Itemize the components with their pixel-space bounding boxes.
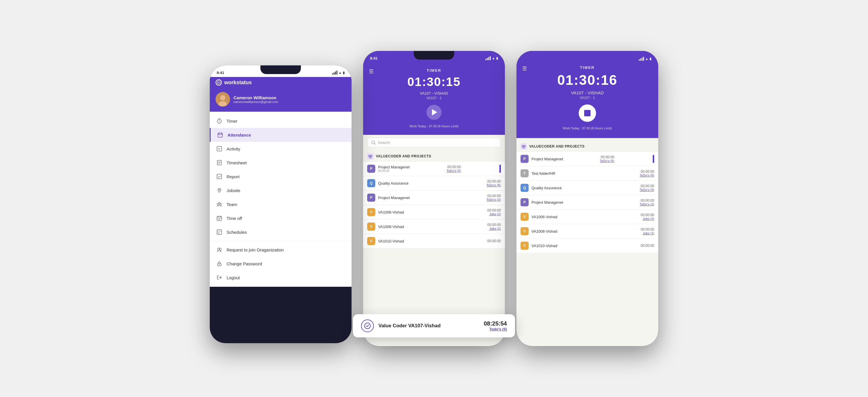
- signal-icon2: [486, 56, 491, 60]
- tooltip-todo[interactable]: Todo's (5): [484, 327, 507, 331]
- menu-label-password: Change Password: [226, 261, 262, 266]
- app-name: workstatus: [224, 80, 252, 86]
- project-todo-1[interactable]: ToDo's (5): [446, 169, 461, 173]
- phone3-avatar-3: Q: [521, 184, 529, 192]
- phone3-timer-label: TIMER: [517, 65, 658, 70]
- phone2-menu-icon[interactable]: ☰: [369, 68, 374, 75]
- project-time-small-1: 00:00:00: [378, 169, 410, 173]
- project-item-2[interactable]: Q Quality Assurance 00:00:00 ToDo's (5): [363, 176, 505, 190]
- phone3-project-2[interactable]: T Test folder/HR 00:00:00 ToDo's (5): [517, 166, 658, 180]
- phone1-status-icons: ▲ ▮: [332, 70, 345, 75]
- menu-item-password[interactable]: Change Password: [210, 257, 351, 271]
- attendance-icon: [217, 132, 223, 138]
- phone2-status-icons: ▲ ▮: [486, 56, 498, 60]
- svg-rect-20: [369, 155, 370, 157]
- app-header: workstatus: [210, 77, 351, 89]
- avatar: [216, 92, 230, 106]
- svg-rect-13: [217, 216, 222, 220]
- phone3-avatar-6: V: [521, 227, 529, 235]
- menu-item-jobsite[interactable]: Jobsite: [210, 183, 351, 197]
- phone3-notch: [567, 51, 608, 60]
- menu-label-attendance: Attendance: [227, 132, 251, 138]
- project-todo-2[interactable]: ToDo's (5): [486, 183, 501, 187]
- project-time-1: 00:00:00: [446, 165, 461, 169]
- svg-point-26: [365, 323, 370, 329]
- menu-label-report: Report: [226, 174, 240, 179]
- menu-item-schedules[interactable]: Schedules: [210, 225, 351, 239]
- phone3-project-3[interactable]: Q Quality Assurance 00:00:00 ToDo's (5): [517, 181, 658, 195]
- menu-item-attendance[interactable]: Attendance: [210, 128, 351, 142]
- signal-icon: [332, 70, 337, 75]
- project-avatar-1: P: [367, 165, 375, 173]
- menu-item-team[interactable]: Team: [210, 197, 351, 211]
- phone3-work-today: Work Today : 07:30 (8 Hours Limit): [517, 126, 658, 130]
- project-name-6: VA1010-Vishad: [378, 239, 404, 243]
- tooltip-popup: Value Coder VA107-Vishad 08:25:54 Todo's…: [353, 314, 515, 337]
- phone3-timer-project: VA107 - VISHAD: [517, 90, 658, 95]
- menu-item-logout[interactable]: Logout: [210, 271, 351, 284]
- phone3-project-7[interactable]: V VA1010-Vishad 00:00:00: [517, 239, 658, 253]
- menu-item-report[interactable]: Report: [210, 170, 351, 183]
- svg-point-16: [219, 248, 222, 250]
- menu-item-request[interactable]: Request to join Oraganization: [210, 243, 351, 257]
- svg-point-9: [219, 189, 220, 190]
- phone3-menu-icon[interactable]: ☰: [522, 65, 527, 72]
- report-icon: [216, 173, 222, 180]
- phone2-notch: [414, 51, 454, 60]
- phone2-timer-time: 01:30:15: [363, 75, 505, 89]
- menu-item-timer[interactable]: Timer: [210, 114, 351, 128]
- project-todo-5[interactable]: Jobs (1): [487, 227, 501, 230]
- project-time-3: 00:00:00: [486, 194, 501, 198]
- org-header: VALUECODER AND PROJECTS: [363, 150, 505, 161]
- phone3-project-6[interactable]: V VA1008-Vishad 00:00:00 Jobs (1): [517, 224, 658, 238]
- activity-icon: [216, 146, 222, 152]
- project-time-5: 00:00:00: [487, 223, 501, 227]
- project-name-4: VA1006-Vishad: [378, 210, 404, 214]
- team-icon: [216, 201, 222, 208]
- menu-item-timesheet[interactable]: Timesheet: [210, 156, 351, 170]
- user-name: Cameron Williamson: [234, 95, 278, 100]
- stop-icon: [584, 110, 591, 116]
- phone3-project-4[interactable]: P Project Managenet 00:00:00 ToDo's (2): [517, 195, 658, 209]
- project-item-3[interactable]: P Project Managenet 00:00:00 ToDo's (2): [363, 191, 505, 205]
- phone3-timer-time: 01:30:16: [517, 72, 658, 88]
- phone3-project-1[interactable]: P Project Managenet 00:00:00 ToDo's (5): [517, 152, 658, 166]
- menu-label-schedules: Schedules: [226, 230, 247, 235]
- menu-label-logout: Logout: [226, 275, 240, 280]
- project-item-6[interactable]: V VA1010-Vishad 00:00:00: [363, 234, 505, 248]
- schedules-icon: [216, 229, 222, 235]
- project-item-4[interactable]: V VA1006-Vishad 00:00:00 Jobs (2): [363, 205, 505, 219]
- project-avatar-2: Q: [367, 179, 375, 187]
- play-button[interactable]: [427, 105, 441, 120]
- menu-item-timeoff[interactable]: Time off: [210, 211, 351, 225]
- phone3-org-header: VALUECODER AND PROJECTS: [517, 140, 658, 151]
- menu-item-activity[interactable]: Activity: [210, 142, 351, 156]
- svg-rect-25: [523, 147, 525, 148]
- stop-button[interactable]: [579, 104, 596, 122]
- svg-rect-22: [370, 157, 371, 158]
- menu-label-timesheet: Timesheet: [226, 160, 247, 165]
- wifi-icon: ▲: [339, 71, 342, 74]
- wifi-icon2: ▲: [492, 56, 495, 60]
- project-item-1[interactable]: P Project Managenet 00:00:00 00:00:00 To…: [363, 162, 505, 176]
- search-bar[interactable]: Search: [367, 138, 501, 147]
- search-placeholder: Search: [378, 140, 390, 145]
- timesheet-icon: [216, 159, 222, 166]
- app-logo: [216, 79, 222, 86]
- phone-3: ▲ ▮ ☰ TIMER 01:30:16 VA107 - VISHAD VA10…: [517, 51, 658, 346]
- phone3-avatar-7: V: [521, 242, 529, 250]
- project-todo-4[interactable]: Jobs (2): [487, 212, 501, 216]
- project-avatar-4: V: [367, 208, 375, 216]
- project-todo-3[interactable]: ToDo's (2): [486, 198, 501, 202]
- phone1-notch: [260, 65, 301, 74]
- password-icon: [216, 261, 222, 267]
- user-info: Cameron Williamson cameronwilliamson@gma…: [234, 95, 278, 103]
- project-time-6: 00:00:00: [487, 239, 501, 243]
- project-name-5: VA1008-Vishad: [378, 224, 404, 229]
- org-name: VALUECODER AND PROJECTS: [376, 154, 431, 158]
- phone3-projects: VALUECODER AND PROJECTS P Project Manage…: [517, 138, 658, 346]
- tooltip-right: 08:25:54 Todo's (5): [484, 320, 507, 331]
- menu-divider: [210, 241, 351, 241]
- project-item-5[interactable]: V VA1008-Vishad 00:00:00 Jobs (1): [363, 220, 505, 234]
- phone3-project-5[interactable]: V VA1006-Vishad 00:00:00 Jobs (2): [517, 210, 658, 224]
